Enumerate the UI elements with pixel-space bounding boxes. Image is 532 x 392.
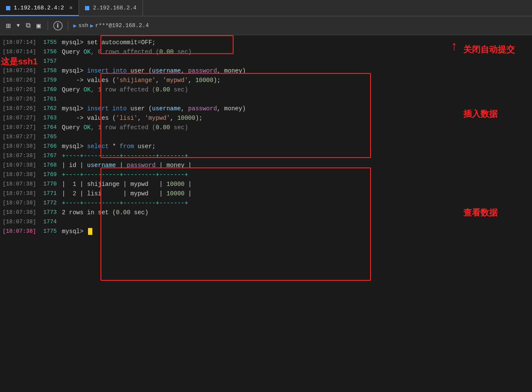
ts-1772: [18:07:38] xyxy=(0,198,39,208)
ln-1760: 1760 xyxy=(39,85,60,94)
tab-1-label: 1.192.168.2.4:2 xyxy=(14,5,64,11)
lc-1764: Query OK, 1 row affected (0.00 sec) xyxy=(60,123,438,132)
line-1774: [18:07:38] 1774 xyxy=(0,217,438,227)
arrow-annotation: ↑ xyxy=(450,40,458,54)
ln-1770: 1770 xyxy=(39,179,60,189)
ts-1755: [18:07:14] xyxy=(0,38,39,47)
lc-1759: -> values ('shijiange', 'mypwd', 10000); xyxy=(60,76,438,85)
line-1760: [18:07:26] 1760 Query OK, 1 row affected… xyxy=(0,85,438,94)
ln-1763: 1763 xyxy=(39,113,60,123)
ts-1766: [18:07:38] xyxy=(0,142,39,151)
ln-1762: 1762 xyxy=(39,104,60,113)
ts-1763: [18:07:27] xyxy=(0,113,39,123)
ts-1768: [18:07:38] xyxy=(0,161,39,170)
line-1762: [18:07:26] 1762 mysql> insert into user … xyxy=(0,104,438,113)
line-1773: [18:07:38] 1773 2 rows in set (0.00 sec) xyxy=(0,208,438,217)
panel-icon[interactable]: ▣ xyxy=(35,20,43,32)
ts-1761: [18:07:26] xyxy=(0,94,39,104)
tab-1-dot xyxy=(6,6,10,10)
lc-1766: mysql> select * from user; xyxy=(60,142,438,151)
detach-icon[interactable]: ⧉ xyxy=(24,20,32,31)
lc-1758: mysql> insert into user (username, passw… xyxy=(60,66,438,76)
terminal-output[interactable]: [18:07:14] 1755 mysql> set autocommit=OF… xyxy=(0,35,438,392)
ln-1775: 1775 xyxy=(39,227,60,236)
line-1770: [18:07:38] 1770 | 1 | shijiange | mypwd … xyxy=(0,179,438,189)
tab-2[interactable]: 2.192.168.2.4 xyxy=(79,0,143,16)
line-1766: [18:07:38] 1766 mysql> select * from use… xyxy=(0,142,438,151)
ln-1769: 1769 xyxy=(39,170,60,179)
line-1758: [18:07:26] 1758 mysql> insert into user … xyxy=(0,66,438,76)
new-tab-icon[interactable]: ⊞ xyxy=(4,19,12,32)
ts-1762: [18:07:26] xyxy=(0,104,39,113)
ln-1765: 1765 xyxy=(39,132,60,142)
line-1761: [18:07:26] 1761 xyxy=(0,94,438,104)
line-1771: [18:07:38] 1771 | 2 | lisi | mypwd | 100… xyxy=(0,189,438,198)
line-1767: [18:07:38] 1767 +----+----------+-------… xyxy=(0,151,438,161)
breadcrumb-host: r***@192.168.2.4 xyxy=(95,22,149,29)
ts-1765: [18:07:27] xyxy=(0,132,39,142)
line-1759: [18:07:26] 1759 -> values ('shijiange', … xyxy=(0,76,438,85)
ts-1774: [18:07:38] xyxy=(0,217,39,227)
annotation-panel: ↑ 关闭自动提交 插入数据 查看数据 xyxy=(438,35,532,392)
lc-1762: mysql> insert into user (username, passw… xyxy=(60,104,438,113)
lc-1767: +----+----------+---------+-------+ xyxy=(60,151,438,161)
ln-1758: 1758 xyxy=(39,66,60,76)
line-1769: [18:07:38] 1769 +----+----------+-------… xyxy=(0,170,438,179)
ln-1771: 1771 xyxy=(39,189,60,198)
lc-1760: Query OK, 1 row affected (0.00 sec) xyxy=(60,85,438,94)
ln-1768: 1768 xyxy=(39,161,60,170)
play-icon: ▶ xyxy=(73,22,77,29)
ln-1767: 1767 xyxy=(39,151,60,161)
lc-1773: 2 rows in set (0.00 sec) xyxy=(60,208,438,217)
line-1756: [18:07:14] 1756 Query OK, 0 rows affecte… xyxy=(0,47,438,57)
line-1775: [18:07:38] 1775 mysql> xyxy=(0,227,438,236)
line-1755: [18:07:14] 1755 mysql> set autocommit=OF… xyxy=(0,38,438,47)
ts-1775: [18:07:38] xyxy=(0,227,39,236)
lc-1769: +----+----------+---------+-------+ xyxy=(60,170,438,179)
lc-1756: Query OK, 0 rows affected (0.00 sec) xyxy=(60,47,438,57)
ts-1758: [18:07:26] xyxy=(0,66,39,76)
line-1763: [18:07:27] 1763 -> values ('lisi', 'mypw… xyxy=(0,113,438,123)
ln-1759: 1759 xyxy=(39,76,60,85)
breadcrumb-arrow: ▶ xyxy=(90,22,94,29)
line-1768: [18:07:38] 1768 | id | username | passwo… xyxy=(0,161,438,170)
ts-1759: [18:07:26] xyxy=(0,76,39,85)
tab-2-dot xyxy=(85,6,89,10)
ts-1756: [18:07:14] xyxy=(0,47,39,57)
ts-1769: [18:07:38] xyxy=(0,170,39,179)
ts-1771: [18:07:38] xyxy=(0,189,39,198)
ts-1773: [18:07:38] xyxy=(0,208,39,217)
tab-2-label: 2.192.168.2.4 xyxy=(93,5,136,11)
info-icon[interactable]: ℹ xyxy=(53,21,63,30)
lc-1770: | 1 | shijiange | mypwd | 10000 | xyxy=(60,179,438,189)
ssh1-annotation: 这是ssh1 xyxy=(1,57,38,66)
ln-1766: 1766 xyxy=(39,142,60,151)
line-1757: 1757 这是ssh1 xyxy=(0,57,438,66)
tab-1[interactable]: 1.192.168.2.4:2 × xyxy=(0,0,79,16)
lc-1763: -> values ('lisi', 'mypwd', 10000); xyxy=(60,113,438,123)
ts-1764: [18:07:27] xyxy=(0,123,39,132)
ln-1757: 1757 xyxy=(39,57,60,66)
ln-1761: 1761 xyxy=(39,94,60,104)
dropdown-icon[interactable]: ▼ xyxy=(15,21,21,30)
line-1764: [18:07:27] 1764 Query OK, 1 row affected… xyxy=(0,123,438,132)
ts-1760: [18:07:26] xyxy=(0,85,39,94)
annotation-insert: 插入数据 xyxy=(463,108,498,120)
annotation-view: 查看数据 xyxy=(463,207,498,219)
toolbar-divider xyxy=(48,21,48,30)
line-1765: [18:07:27] 1765 xyxy=(0,132,438,142)
lc-1755: mysql> set autocommit=OFF; xyxy=(60,38,438,47)
tab-bar: 1.192.168.2.4:2 × 2.192.168.2.4 xyxy=(0,0,532,16)
toolbar-divider-2 xyxy=(68,21,68,30)
breadcrumb: ▶ ssh ▶ r***@192.168.2.4 xyxy=(73,22,149,29)
lc-1775: mysql> xyxy=(60,227,438,236)
lc-1771: | 2 | lisi | mypwd | 10000 | xyxy=(60,189,438,198)
ln-1755: 1755 xyxy=(39,38,60,47)
ln-1756: 1756 xyxy=(39,47,60,57)
ts-1767: [18:07:38] xyxy=(0,151,39,161)
lc-1772: +----+----------+---------+-------+ xyxy=(60,198,438,208)
main-content: [18:07:14] 1755 mysql> set autocommit=OF… xyxy=(0,35,532,392)
lc-1768: | id | username | password | money | xyxy=(60,161,438,170)
ln-1773: 1773 xyxy=(39,208,60,217)
tab-1-close[interactable]: × xyxy=(69,5,73,12)
